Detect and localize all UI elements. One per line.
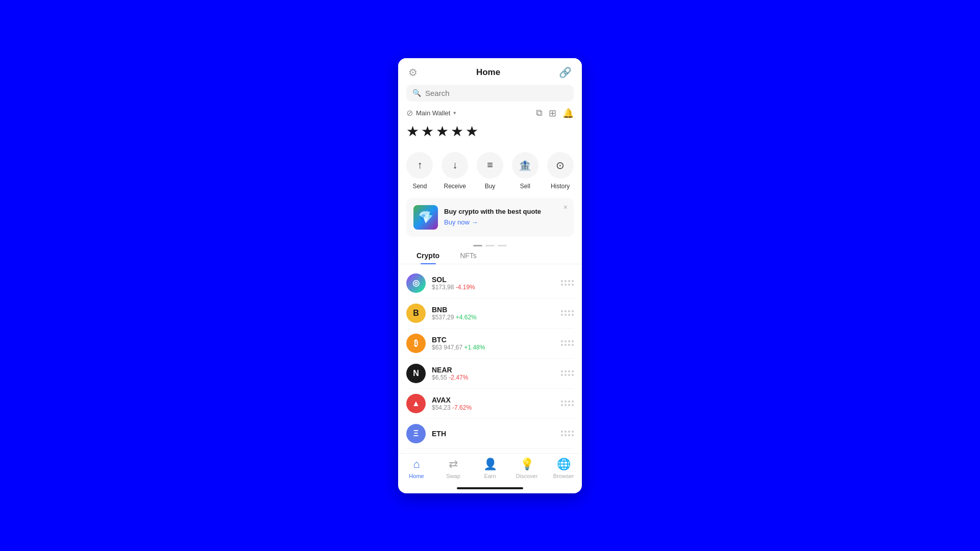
banner-title: Buy crypto with the best quote (444, 208, 567, 215)
sell-icon: 🏦 (512, 152, 538, 179)
crypto-item-eth[interactable]: Ξ ETH (406, 419, 574, 449)
wallet-actions: ⧉ ⊞ 🔔 (536, 108, 574, 119)
bnb-info: BNB $537,29 +4.62% (432, 306, 561, 321)
avax-menu[interactable] (561, 400, 574, 406)
eth-name: ETH (432, 430, 561, 438)
discover-icon: 💡 (520, 458, 534, 471)
near-icon: N (406, 364, 426, 383)
tab-crypto[interactable]: Crypto (406, 246, 450, 264)
banner-link[interactable]: Buy now → (444, 218, 478, 226)
browser-label: Browser (553, 473, 574, 479)
banner-text: Buy crypto with the best quote Buy now → (444, 208, 567, 227)
earn-label: Earn (484, 473, 496, 479)
near-info: NEAR $6,55 -2.47% (432, 366, 561, 381)
swap-icon: ⇄ (449, 458, 458, 471)
bnb-name: BNB (432, 306, 561, 314)
avax-info: AVAX $54,23 -7.62% (432, 396, 561, 411)
btc-menu[interactable] (561, 340, 574, 346)
crypto-item-btc[interactable]: ₿ BTC $63 947,67 +1.48% (406, 329, 574, 359)
wallet-name: Main Wallet (416, 109, 450, 117)
buy-icon: ≡ (477, 152, 503, 179)
near-menu[interactable] (561, 370, 574, 376)
wallet-selector[interactable]: ⊘ Main Wallet ▾ (406, 108, 456, 118)
wallet-row: ⊘ Main Wallet ▾ ⧉ ⊞ 🔔 (398, 108, 582, 121)
crypto-list: ◎ SOL $173,98 -4.19% B BNB $537,29 +4.62… (398, 268, 582, 449)
asset-tabs: Crypto NFTs (398, 246, 582, 264)
balance-display: ★★★★★ (406, 123, 480, 139)
swap-label: Swap (446, 473, 460, 479)
buy-label: Buy (485, 183, 496, 190)
home-indicator (457, 487, 523, 489)
chevron-down-icon: ▾ (453, 110, 456, 116)
sol-icon: ◎ (406, 273, 426, 293)
crypto-item-sol[interactable]: ◎ SOL $173,98 -4.19% (406, 268, 574, 298)
sell-button[interactable]: 🏦 Sell (507, 152, 543, 190)
history-button[interactable]: ⊙ History (543, 152, 578, 190)
balance-row: ★★★★★ (398, 121, 582, 148)
nav-home[interactable]: ⌂ Home (398, 458, 435, 479)
send-icon: ↑ (406, 152, 433, 179)
eth-info: ETH (432, 430, 561, 438)
sol-price: $173,98 -4.19% (432, 284, 561, 291)
btc-icon: ₿ (406, 334, 426, 353)
eth-menu[interactable] (561, 431, 574, 436)
btc-info: BTC $63 947,67 +1.48% (432, 336, 561, 351)
sell-label: Sell (520, 183, 530, 190)
avax-icon: ▲ (406, 394, 426, 413)
copy-button[interactable]: ⧉ (536, 108, 543, 119)
home-icon: ⌂ (413, 458, 420, 471)
browser-icon: 🌐 (557, 458, 571, 471)
receive-label: Receive (444, 183, 466, 190)
search-bar[interactable]: 🔍 (406, 85, 574, 102)
receive-button[interactable]: ↓ Receive (437, 152, 473, 190)
page-title: Home (476, 67, 500, 78)
history-label: History (551, 183, 570, 190)
search-icon: 🔍 (412, 89, 421, 97)
buy-button[interactable]: ≡ Buy (473, 152, 508, 190)
discover-label: Discover (516, 473, 538, 479)
nav-swap[interactable]: ⇄ Swap (435, 458, 472, 479)
btc-price: $63 947,67 +1.48% (432, 344, 561, 351)
bnb-price: $537,29 +4.62% (432, 314, 561, 321)
crypto-item-bnb[interactable]: B BNB $537,29 +4.62% (406, 298, 574, 329)
receive-icon: ↓ (442, 152, 468, 179)
earn-icon: 👤 (483, 458, 497, 471)
send-button[interactable]: ↑ Send (402, 152, 437, 190)
crypto-item-near[interactable]: N NEAR $6,55 -2.47% (406, 359, 574, 389)
search-input[interactable] (425, 89, 568, 97)
sol-info: SOL $173,98 -4.19% (432, 276, 561, 291)
banner-image: 💎 (413, 205, 438, 230)
near-name: NEAR (432, 366, 561, 374)
sol-menu[interactable] (561, 280, 574, 286)
wallet-icon: ⊘ (406, 108, 413, 118)
settings-icon[interactable]: ⚙ (408, 66, 418, 79)
nav-browser[interactable]: 🌐 Browser (545, 458, 582, 479)
bell-button[interactable]: 🔔 (562, 108, 574, 119)
send-label: Send (412, 183, 427, 190)
tab-nfts[interactable]: NFTs (450, 246, 487, 264)
scan-button[interactable]: ⊞ (549, 108, 556, 119)
banner-close-button[interactable]: × (564, 203, 568, 211)
avax-price: $54,23 -7.62% (432, 404, 561, 411)
link-icon[interactable]: 🔗 (559, 66, 572, 79)
bnb-icon: B (406, 304, 426, 323)
btc-name: BTC (432, 336, 561, 344)
bnb-menu[interactable] (561, 310, 574, 316)
dot-3 (498, 245, 507, 246)
crypto-item-avax[interactable]: ▲ AVAX $54,23 -7.62% (406, 389, 574, 419)
avax-name: AVAX (432, 396, 561, 404)
promo-banner: 💎 Buy crypto with the best quote Buy now… (406, 198, 574, 237)
bottom-nav: ⌂ Home ⇄ Swap 👤 Earn 💡 Discover 🌐 Browse… (398, 453, 582, 485)
eth-icon: Ξ (406, 424, 426, 443)
phone-container: ⚙ Home 🔗 🔍 ⊘ Main Wallet ▾ ⧉ ⊞ 🔔 ★★★★★ ↑… (398, 58, 582, 493)
history-icon: ⊙ (547, 152, 574, 179)
nav-earn[interactable]: 👤 Earn (472, 458, 508, 479)
near-price: $6,55 -2.47% (432, 374, 561, 381)
action-buttons: ↑ Send ↓ Receive ≡ Buy 🏦 Sell ⊙ History (398, 148, 582, 198)
header: ⚙ Home 🔗 (398, 58, 582, 85)
sol-name: SOL (432, 276, 561, 284)
home-label: Home (409, 473, 424, 479)
nav-discover[interactable]: 💡 Discover (508, 458, 545, 479)
